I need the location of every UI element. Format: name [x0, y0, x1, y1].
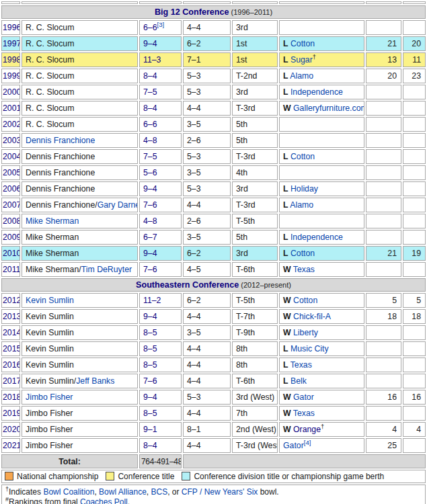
year-link[interactable]: 2011: [3, 265, 20, 274]
bowl-game-link[interactable]: Cotton: [290, 152, 315, 161]
bowl-game-link[interactable]: Galleryfurniture.com: [293, 103, 364, 113]
clipped-cell: [279, 1, 364, 4]
year-link[interactable]: 1999: [3, 71, 20, 81]
bowl-result: L: [283, 233, 288, 242]
year-link[interactable]: 2005: [3, 168, 20, 177]
year-cell: 2007: [1, 198, 20, 212]
coach-link[interactable]: Kevin Sumlin: [26, 296, 74, 305]
year-link[interactable]: 2013: [3, 312, 20, 321]
overall-record-link[interactable]: 9–4: [143, 39, 157, 48]
final-rank-cell: [366, 101, 401, 116]
overall-record-link[interactable]: 5–6: [143, 168, 157, 177]
coach-link[interactable]: Dennis Franchione: [26, 136, 95, 145]
footnote-link[interactable]: CFP / New Years' Six: [182, 487, 258, 497]
year-link[interactable]: 2009: [3, 233, 20, 242]
bowl-game-link[interactable]: Orange: [293, 425, 321, 434]
bowl-game-link[interactable]: Texas: [290, 360, 312, 370]
overall-record-link[interactable]: 9–4: [143, 184, 157, 194]
year-link[interactable]: 2008: [3, 216, 20, 226]
coach-link[interactable]: Jimbo Fisher: [26, 392, 73, 402]
reference-link[interactable]: [3]: [157, 21, 165, 28]
overall-record-link[interactable]: 9–4: [143, 392, 157, 402]
overall-record-link[interactable]: 7–6: [143, 200, 157, 210]
bowl-cell: L Alamo: [279, 198, 364, 212]
year-link[interactable]: 1997: [3, 39, 20, 48]
year-link[interactable]: 2007: [3, 200, 20, 210]
bowl-game-link[interactable]: Chick-fil-A: [293, 312, 331, 321]
overall-record-link[interactable]: 8–5: [143, 328, 157, 337]
footnote-link[interactable]: Coaches Poll: [80, 497, 128, 504]
year-link[interactable]: 2019: [3, 409, 20, 418]
bowl-game-link[interactable]: Music City: [290, 344, 329, 353]
overall-record-link[interactable]: 8–5: [143, 360, 157, 370]
bowl-cell: Gator[4]: [279, 438, 364, 453]
overall-record-link[interactable]: 8–4: [143, 441, 157, 450]
overall-record-link[interactable]: 4–8: [143, 216, 157, 226]
overall-record-link[interactable]: 8–5: [143, 344, 157, 353]
footnote-link[interactable]: Bowl Coalition: [43, 487, 94, 497]
year-link[interactable]: 2004: [3, 152, 20, 161]
coach-link[interactable]: Tim DeRuyter: [81, 265, 132, 274]
year-link[interactable]: 2010: [3, 249, 20, 258]
overall-record-link[interactable]: 8–5: [143, 409, 157, 418]
overall-record-link[interactable]: 8–4: [143, 103, 157, 113]
reference-link[interactable]: [4]: [304, 439, 311, 446]
bowl-game-link[interactable]: Texas: [293, 265, 315, 274]
year-link[interactable]: 2016: [3, 360, 20, 370]
overall-record-link[interactable]: 8–4: [143, 71, 157, 81]
year-link[interactable]: 2012: [3, 296, 20, 305]
bowl-game-link[interactable]: Independence: [290, 233, 343, 242]
bowl-game-link[interactable]: Holiday: [290, 184, 318, 194]
bowl-game-link[interactable]: Belk: [290, 376, 307, 386]
bowl-game-link[interactable]: Cotton: [293, 296, 317, 305]
year-link[interactable]: 2018: [3, 392, 20, 402]
overall-record-link[interactable]: 7–5: [143, 87, 157, 97]
overall-record-link[interactable]: 11–3: [143, 55, 161, 65]
overall-record-link[interactable]: 9–4: [143, 249, 157, 258]
bowl-game-link[interactable]: Alamo: [290, 71, 313, 81]
bowl-game-link[interactable]: Sugar: [290, 55, 313, 65]
conference-link[interactable]: Big 12 Conference: [155, 7, 229, 17]
coach-cell: Dennis Franchione: [22, 149, 138, 164]
final-rank-cell: [366, 149, 401, 164]
year-link[interactable]: 2001: [3, 103, 20, 113]
bowl-game-link[interactable]: Alamo: [290, 200, 313, 210]
overall-record-link[interactable]: 4–8: [143, 136, 157, 145]
year-link[interactable]: 2020: [3, 425, 20, 434]
year-link[interactable]: 2014: [3, 328, 20, 337]
overall-record-link[interactable]: 6–6: [143, 23, 157, 32]
overall-record-link[interactable]: 7–6: [143, 265, 157, 274]
footnote-link[interactable]: BCS: [151, 487, 168, 497]
overall-record-link[interactable]: 11–2: [143, 296, 161, 305]
year-link[interactable]: 2000: [3, 87, 20, 97]
year-link[interactable]: 1996: [3, 23, 20, 32]
bowl-game-link[interactable]: Gator: [293, 392, 314, 402]
bowl-game-link[interactable]: Texas: [293, 409, 315, 418]
bowl-game-link[interactable]: Independence: [290, 87, 343, 97]
overall-record-link[interactable]: 7–5: [143, 152, 157, 161]
coach-link[interactable]: Gary Darnell: [98, 200, 138, 210]
bowl-game-link[interactable]: Gator: [283, 441, 304, 450]
year-link[interactable]: 2021: [3, 441, 20, 450]
overall-record-link[interactable]: 7–6: [143, 376, 157, 386]
overall-record-cell: 9–1: [139, 422, 182, 437]
coach-link[interactable]: Jeff Banks: [76, 376, 114, 386]
conference-record-cell: 7–1: [183, 52, 231, 67]
bowl-game-link[interactable]: Liberty: [293, 328, 318, 337]
year-link[interactable]: 2017: [3, 376, 20, 386]
bowl-game-link[interactable]: Cotton: [290, 249, 315, 258]
year-link[interactable]: 2002: [3, 120, 20, 129]
bowl-game-link[interactable]: Cotton: [290, 39, 315, 48]
year-link[interactable]: 1998: [3, 55, 20, 65]
overall-record-link[interactable]: 9–1: [143, 425, 157, 434]
overall-record-link[interactable]: 6–6: [143, 120, 157, 129]
overall-record-link[interactable]: 6–7: [143, 233, 157, 242]
year-link[interactable]: 2003: [3, 136, 20, 145]
coach-link[interactable]: Mike Sherman: [26, 216, 79, 226]
year-link[interactable]: 2015: [3, 344, 20, 353]
conference-record-cell: 4–4: [183, 374, 231, 388]
overall-record-link[interactable]: 9–4: [143, 312, 157, 321]
conference-link[interactable]: Southeastern Conference: [136, 280, 239, 290]
year-link[interactable]: 2006: [3, 184, 20, 194]
footnote-link[interactable]: Bowl Alliance: [99, 487, 147, 497]
